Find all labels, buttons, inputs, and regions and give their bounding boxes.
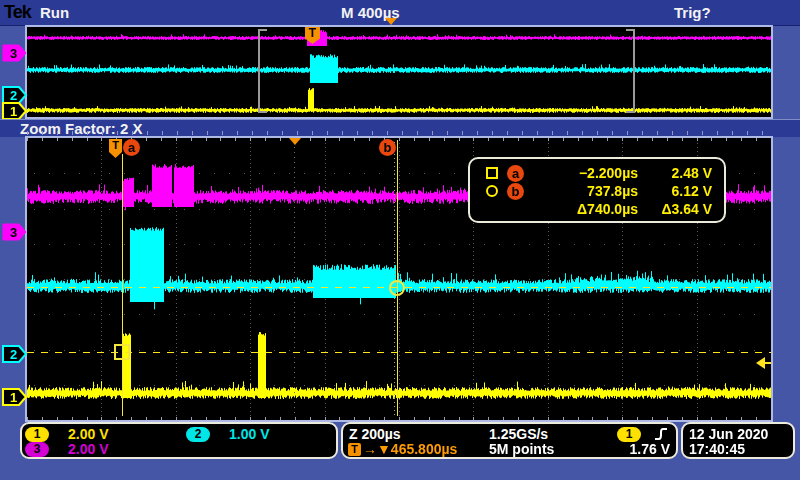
expansion-point-icon-main: [289, 138, 301, 145]
trigger-delay-icon: T: [348, 443, 361, 456]
trigger-delay-prefix: →▼: [363, 441, 391, 457]
svg-text:3: 3: [10, 46, 17, 61]
overview-canvas: [27, 27, 771, 117]
cursor-a-readout-row: a −2.200µs 2.48 V: [470, 164, 724, 182]
cursor-b-line[interactable]: [397, 140, 398, 416]
record-length-readout: 5M points: [489, 441, 554, 457]
cursor-b-label[interactable]: b: [379, 139, 396, 156]
overview-waveform-window: T: [25, 25, 773, 119]
date-readout: 12 Jun 2020: [689, 426, 768, 442]
cursor-a-badge: a: [507, 165, 524, 182]
cursor-a-level-line: [27, 352, 771, 353]
channel-1-badge[interactable]: 1: [25, 427, 49, 442]
zoom-bracket-right-top-foot: [626, 29, 635, 31]
zoom-bracket-left-top-foot: [258, 29, 267, 31]
channel-3-badge[interactable]: 3: [25, 442, 49, 457]
zoom-bracket-left-bottom-foot: [258, 111, 267, 113]
channel-1-marker-main: 1: [2, 388, 28, 406]
channel-2-marker-main: 2: [2, 345, 28, 363]
trigger-level-arrow-tail: [765, 362, 771, 364]
svg-text:2: 2: [10, 88, 17, 103]
channel-1-marker-overview: 1: [2, 102, 28, 120]
channel-3-marker-overview: 3: [2, 44, 28, 62]
cursor-delta-readout-row: Δ740.0µs Δ3.64 V: [470, 200, 724, 218]
spacer: [507, 201, 524, 218]
trigger-delay-value: 465.800µs: [391, 441, 457, 457]
cursor-a-square-icon: [486, 167, 498, 179]
trigger-delay-readout: →▼465.800µs: [363, 441, 457, 457]
channel-3-scale: 2.00 V: [68, 441, 108, 457]
trigger-source-badge: 1: [617, 427, 641, 442]
trigger-level-readout: 1.76 V: [630, 441, 670, 457]
acquisition-status: Run: [40, 4, 69, 21]
trigger-status: Trig?: [674, 4, 711, 21]
cursor-b-badge: b: [507, 183, 524, 200]
svg-text:3: 3: [10, 225, 17, 240]
expansion-point-line: [294, 142, 295, 416]
datetime-box: 12 Jun 2020 17:40:45: [681, 422, 795, 459]
zoom-bracket-right-bottom-foot: [626, 111, 635, 113]
cursor-a-line[interactable]: [122, 154, 123, 416]
channel-2-badge[interactable]: 2: [186, 427, 210, 442]
sample-rate-readout: 1.25GS/s: [489, 426, 548, 442]
zoom-bracket-right[interactable]: [633, 29, 635, 113]
top-status-bar: Tek Run M 400µs Trig?: [0, 0, 800, 26]
oscilloscope-screen: Tek Run M 400µs Trig? T 3 2 1 Zoom Facto…: [0, 0, 800, 480]
cursor-b-circle-marker: [389, 280, 405, 296]
expansion-point-icon-topbar: [385, 18, 397, 25]
zoom-timebase-readout: Z 200µs: [349, 426, 401, 442]
svg-text:1: 1: [10, 390, 17, 405]
channel-3-marker-main: 3: [2, 223, 28, 241]
trigger-level-arrow: [756, 357, 765, 369]
zoom-bracket-left[interactable]: [258, 29, 260, 113]
time-readout: 17:40:45: [689, 441, 745, 457]
cursor-a-time: −2.200µs: [524, 165, 638, 181]
cursor-delta-volts: Δ3.64 V: [638, 201, 724, 217]
cursor-b-volts: 6.12 V: [638, 183, 724, 199]
cursor-b-dotted-line: [394, 142, 395, 416]
cursor-a-volts: 2.48 V: [638, 165, 724, 181]
channel-2-scale: 1.00 V: [229, 426, 269, 442]
svg-text:2: 2: [10, 347, 17, 362]
rising-edge-icon: [653, 427, 669, 442]
timebase-trigger-box: Z 200µs 1.25GS/s 1 T →▼465.800µs 5M poin…: [341, 422, 678, 459]
cursor-readout-box: a −2.200µs 2.48 V b 737.8µs 6.12 V Δ740.…: [468, 157, 726, 223]
cursor-b-circle-icon: [486, 185, 498, 197]
channel-scales-box: 1 2.00 V 2 1.00 V 3 2.00 V: [20, 422, 338, 459]
zoom-bar-ticks: [27, 131, 771, 135]
tek-logo: Tek: [4, 2, 31, 23]
cursor-b-readout-row: b 737.8µs 6.12 V: [470, 182, 724, 200]
spacer: [486, 203, 498, 215]
cursor-a-square-marker: [114, 344, 130, 360]
cursor-a-label[interactable]: a: [123, 139, 140, 156]
svg-text:1: 1: [10, 104, 17, 119]
cursor-b-time: 737.8µs: [524, 183, 638, 199]
channel-1-scale: 2.00 V: [68, 426, 108, 442]
cursor-delta-time: Δ740.0µs: [524, 201, 638, 217]
